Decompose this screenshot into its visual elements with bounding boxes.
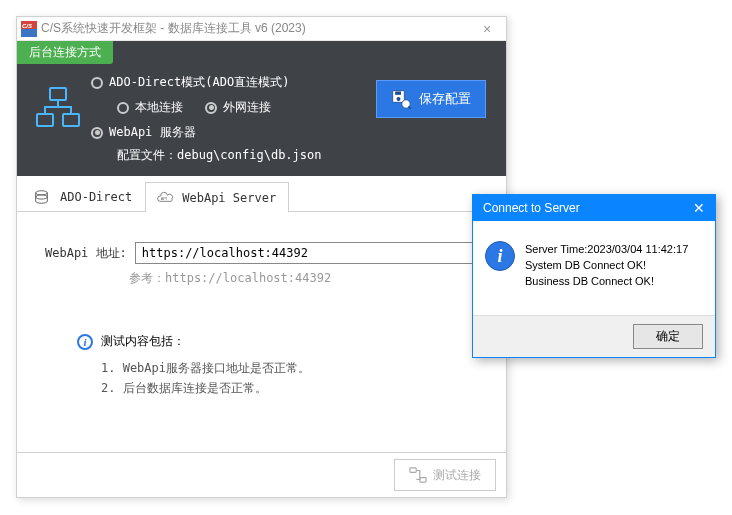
info-icon: i — [485, 241, 515, 271]
dialog-message: Server Time:2023/03/04 11:42:17 System D… — [525, 241, 688, 289]
dialog-close-icon[interactable]: ✕ — [693, 200, 705, 216]
test-item: 2. 后台数据库连接是否正常。 — [101, 378, 478, 398]
svg-rect-1 — [21, 29, 37, 37]
svg-rect-7 — [395, 92, 401, 95]
svg-rect-3 — [50, 88, 66, 100]
test-button[interactable]: 测试连接 — [394, 459, 496, 491]
svg-rect-5 — [63, 114, 79, 126]
test-item: 1. WebApi服务器接口地址是否正常。 — [101, 358, 478, 378]
content-panel: WebApi 地址: 参考：https://localhost:44392 i … — [17, 212, 506, 398]
save-button-label: 保存配置 — [419, 90, 471, 108]
tab-webapi[interactable]: API WebApi Server — [145, 182, 289, 212]
radio-remote[interactable]: 外网连接 — [205, 95, 271, 120]
dialog-titlebar: Connect to Server ✕ — [473, 195, 715, 221]
titlebar: C/S C/S系统快速开发框架 - 数据库连接工具 v6 (2023) × — [17, 17, 506, 41]
svg-point-11 — [36, 191, 48, 195]
svg-rect-4 — [37, 114, 53, 126]
svg-point-8 — [397, 97, 401, 101]
svg-point-12 — [36, 195, 48, 199]
dialog: Connect to Server ✕ i Server Time:2023/0… — [472, 194, 716, 358]
svg-rect-15 — [420, 478, 426, 483]
radio-icon — [91, 77, 103, 89]
radio-label: 本地连接 — [135, 99, 183, 116]
footer: 测试连接 — [17, 452, 506, 497]
main-window: C/S C/S系统快速开发框架 - 数据库连接工具 v6 (2023) × 后台… — [16, 16, 507, 498]
radio-label: ADO-Direct模式(ADO直连模式) — [109, 74, 289, 91]
network-icon — [33, 84, 83, 134]
radio-label: 外网连接 — [223, 99, 271, 116]
test-title: 测试内容包括： — [101, 333, 185, 350]
ok-button[interactable]: 确定 — [633, 324, 703, 349]
svg-line-10 — [409, 107, 412, 110]
radio-webapi[interactable]: WebApi 服务器 — [91, 120, 376, 145]
svg-rect-14 — [410, 468, 416, 473]
config-header: 后台连接方式 ADO-Direct模式(ADO直连模式) — [17, 41, 506, 176]
test-button-label: 测试连接 — [433, 467, 481, 484]
svg-text:API: API — [161, 196, 167, 201]
radio-icon — [91, 127, 103, 139]
dialog-title-text: Connect to Server — [483, 201, 580, 215]
svg-text:C/S: C/S — [22, 23, 32, 29]
connection-mode-tag: 后台连接方式 — [17, 41, 113, 64]
tab-label: WebApi Server — [182, 191, 276, 205]
app-icon: C/S — [21, 21, 37, 37]
tab-label: ADO-Direct — [60, 190, 132, 204]
window-title: C/S系统快速开发框架 - 数据库连接工具 v6 (2023) — [41, 20, 306, 37]
url-label: WebApi 地址: — [45, 245, 127, 262]
radio-icon — [205, 102, 217, 114]
connect-icon — [409, 466, 427, 484]
url-input[interactable] — [135, 242, 478, 264]
save-icon — [391, 89, 411, 109]
url-hint: 参考：https://localhost:44392 — [129, 270, 478, 287]
radio-local[interactable]: 本地连接 — [117, 95, 183, 120]
save-button[interactable]: 保存配置 — [376, 80, 486, 118]
radio-label: WebApi 服务器 — [109, 124, 196, 141]
database-icon — [34, 189, 54, 205]
config-file-row: 配置文件：debug\config\db.json — [91, 145, 376, 166]
radio-ado-direct[interactable]: ADO-Direct模式(ADO直连模式) — [91, 70, 376, 95]
info-icon: i — [77, 334, 93, 350]
tab-ado-direct[interactable]: ADO-Direct — [23, 181, 145, 211]
api-cloud-icon: API — [156, 190, 176, 206]
close-icon[interactable]: × — [472, 21, 502, 37]
tabs: ADO-Direct API WebApi Server — [17, 176, 506, 212]
radio-icon — [117, 102, 129, 114]
